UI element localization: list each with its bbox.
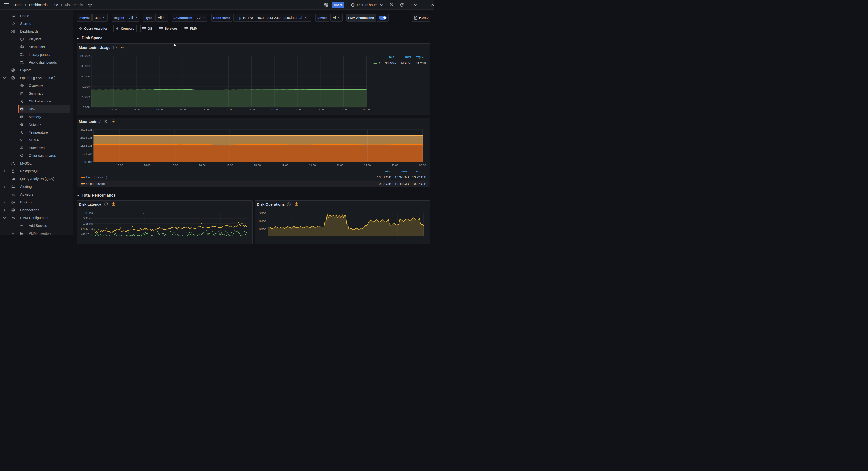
svg-text:19.51 GiB: 19.51 GiB	[377, 175, 391, 179]
svg-text:16:00: 16:00	[199, 164, 206, 167]
svg-text:0.00%: 0.00%	[83, 106, 90, 109]
svg-text:3.91 ms: 3.91 ms	[83, 216, 93, 219]
svg-text:avg: avg	[415, 55, 421, 59]
svg-text:80.00%: 80.00%	[81, 65, 91, 67]
svg-text:10.02 GiB: 10.02 GiB	[377, 182, 391, 185]
svg-text:0.00 B: 0.00 B	[85, 160, 92, 163]
svg-text:00:00: 00:00	[419, 164, 426, 167]
svg-text:15 io/s: 15 io/s	[258, 219, 267, 223]
svg-text:19:00: 19:00	[248, 108, 255, 111]
svg-text:10.27 GiB: 10.27 GiB	[412, 182, 426, 185]
svg-text:488.28 µs: 488.28 µs	[81, 233, 93, 235]
svg-text:19:00: 19:00	[281, 164, 288, 167]
svg-text:1.95 ms: 1.95 ms	[83, 222, 93, 225]
svg-text:13:00: 13:00	[116, 164, 123, 167]
svg-text:21:00: 21:00	[337, 164, 343, 167]
svg-text:60.00%: 60.00%	[81, 75, 91, 78]
svg-text:40.00%: 40.00%	[81, 85, 91, 88]
svg-text:10.48 GiB: 10.48 GiB	[395, 182, 409, 185]
svg-text:33.40%: 33.40%	[385, 61, 396, 65]
svg-text:13:00: 13:00	[110, 108, 117, 111]
svg-text:34.23%: 34.23%	[415, 61, 427, 65]
svg-text:976.56 µs: 976.56 µs	[81, 228, 93, 230]
svg-text:7.81 ms: 7.81 ms	[83, 211, 93, 214]
svg-text:max: max	[405, 55, 411, 59]
svg-text:20 io/s: 20 io/s	[258, 211, 267, 214]
svg-text:min: min	[389, 55, 394, 59]
svg-text:18:00: 18:00	[254, 164, 260, 167]
svg-text:14:00: 14:00	[144, 164, 150, 167]
svg-text:20:00: 20:00	[309, 164, 316, 167]
svg-text:20.00%: 20.00%	[81, 95, 91, 98]
svg-text:max: max	[401, 170, 407, 173]
svg-text:23:00: 23:00	[392, 164, 398, 167]
svg-text:10 io/s: 10 io/s	[258, 228, 267, 230]
svg-text:34.95%: 34.95%	[400, 61, 411, 65]
svg-text:23:00: 23:00	[340, 108, 347, 111]
svg-text:/: /	[379, 61, 380, 65]
svg-text:17:00: 17:00	[226, 164, 233, 167]
svg-text:19.72 GiB: 19.72 GiB	[412, 175, 426, 179]
svg-text:100.00%: 100.00%	[80, 54, 91, 57]
svg-text:21:00: 21:00	[294, 108, 301, 111]
svg-text:min: min	[384, 170, 390, 173]
svg-text:22:00: 22:00	[317, 108, 324, 111]
svg-text:15:00: 15:00	[156, 108, 163, 111]
svg-text:00:00: 00:00	[363, 108, 370, 111]
svg-text:27.94 GiB: 27.94 GiB	[80, 136, 92, 139]
svg-text:20:00: 20:00	[271, 108, 278, 111]
svg-text:17:00: 17:00	[202, 108, 209, 111]
svg-text:18:00: 18:00	[225, 108, 232, 111]
svg-text:37.25 GiB: 37.25 GiB	[80, 128, 92, 131]
svg-text:22:00: 22:00	[364, 164, 371, 167]
svg-text:9.31 GiB: 9.31 GiB	[82, 152, 92, 155]
svg-text:avg: avg	[415, 170, 421, 173]
svg-text:16:00: 16:00	[179, 108, 186, 111]
svg-text:18.63 GiB: 18.63 GiB	[80, 144, 92, 147]
svg-text:19.97 GiB: 19.97 GiB	[395, 175, 409, 179]
svg-text:14:00: 14:00	[133, 108, 140, 111]
svg-text:Free (device , ): Free (device , )	[86, 175, 107, 179]
svg-text:Used (device , ): Used (device , )	[86, 182, 108, 185]
svg-text:15:00: 15:00	[171, 164, 178, 167]
